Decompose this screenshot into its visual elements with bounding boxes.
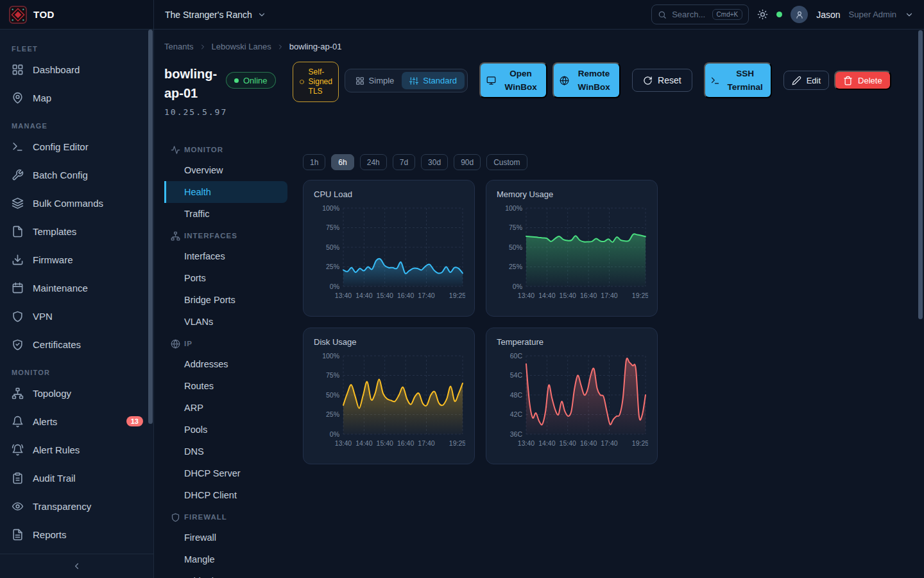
breadcrumb-tenants[interactable]: Tenants	[164, 42, 194, 51]
device-nav-item-overview[interactable]: Overview	[164, 159, 287, 181]
chevron-left-icon	[72, 561, 81, 571]
view-mode-standard[interactable]: Standard	[402, 72, 465, 89]
sidebar-item-label: Bulk Commands	[33, 198, 103, 209]
cpu-load-card: CPU Load100%75%50%25%0%13:4014:4015:4016…	[303, 180, 475, 317]
sidebar-item-reports[interactable]: Reports	[0, 520, 153, 548]
sliders-icon	[409, 76, 418, 85]
device-nav-item-firewall[interactable]: Firewall	[164, 527, 287, 548]
device-nav-item-pools[interactable]: Pools	[164, 419, 287, 441]
sidebar-collapse-button[interactable]	[0, 554, 153, 578]
device-nav-item-vlans[interactable]: VLANs	[164, 311, 287, 333]
ssh-terminal-button[interactable]: SSH Terminal	[704, 62, 772, 98]
device-nav-item-dns[interactable]: DNS	[164, 441, 287, 462]
sidebar-item-vpn[interactable]: VPN	[0, 302, 153, 330]
svg-text:54C: 54C	[510, 371, 523, 379]
sidebar-item-map[interactable]: Map	[0, 83, 153, 112]
device-nav-section-firewall: FIREWALLFirewallMangleAddr ListsConnTrac…	[164, 507, 287, 578]
device-nav-item-arp[interactable]: ARP	[164, 397, 287, 419]
device-nav-item-health[interactable]: Health	[164, 181, 287, 203]
clipboard-icon	[12, 472, 24, 484]
device-nav-item-dhcp-client[interactable]: DHCP Client	[164, 484, 287, 506]
user-role: Super Admin	[849, 10, 896, 19]
shield-icon	[171, 512, 180, 522]
svg-text:100%: 100%	[505, 204, 522, 212]
svg-text:25%: 25%	[326, 263, 339, 270]
eye-icon	[12, 500, 24, 512]
sidebar-item-label: Topology	[33, 388, 71, 399]
tenant-selector[interactable]: The Stranger's Ranch	[165, 10, 266, 20]
svg-text:19:25: 19:25	[632, 439, 648, 447]
chart-plot: 100%75%50%25%0%13:4014:4015:4016:4017:40…	[314, 203, 464, 310]
svg-text:14:40: 14:40	[538, 439, 555, 447]
time-range-1h[interactable]: 1h	[303, 154, 325, 170]
sidebar-item-bulk-commands[interactable]: Bulk Commands	[0, 189, 153, 217]
sidebar-item-transparency[interactable]: Transparency	[0, 492, 153, 520]
chevron-right-icon	[277, 43, 284, 51]
temperature-chart: 60C54C48C42C36C13:4014:4015:4016:4017:40…	[497, 351, 648, 457]
device-name: bowling-ap-01	[164, 64, 222, 103]
sidebar-item-alert-rules[interactable]: Alert Rules	[0, 435, 153, 464]
sidebar-section-label: MANAGE	[12, 122, 142, 130]
sidebar-item-label: Dashboard	[33, 64, 80, 75]
sidebar-item-firmware[interactable]: Firmware	[0, 245, 153, 274]
cpu-load-chart: 100%75%50%25%0%13:4014:4015:4016:4017:40…	[314, 203, 465, 310]
svg-text:0%: 0%	[330, 283, 339, 290]
sidebar-item-label: Certificates	[33, 339, 81, 350]
sidebar-item-config-editor[interactable]: Config Editor	[0, 132, 153, 161]
sidebar-item-templates[interactable]: Templates	[0, 217, 153, 245]
svg-text:25%: 25%	[326, 410, 339, 418]
svg-text:15:40: 15:40	[560, 292, 576, 299]
charts-grid: CPU Load100%75%50%25%0%13:4014:4015:4016…	[303, 180, 658, 464]
sidebar-scrollbar[interactable]	[148, 30, 153, 424]
button-label: SSH Terminal	[725, 67, 765, 94]
reset-button[interactable]: Reset	[632, 69, 692, 92]
view-mode-toggle: SimpleStandard	[345, 69, 468, 92]
sidebar-item-maintenance[interactable]: Maintenance	[0, 274, 153, 302]
chevron-down-icon[interactable]	[905, 10, 914, 19]
time-range-7d[interactable]: 7d	[393, 154, 415, 170]
bell-icon	[12, 416, 24, 428]
device-ip: 10.25.5.97	[164, 107, 222, 117]
time-range-custom[interactable]: Custom	[486, 154, 527, 170]
sidebar-item-audit-trail[interactable]: Audit Trail	[0, 464, 153, 492]
open-winbox-button[interactable]: Open WinBox	[479, 62, 547, 98]
svg-text:16:40: 16:40	[580, 292, 597, 299]
search-input[interactable]: Search... Cmd+K	[651, 4, 749, 24]
time-range-24h[interactable]: 24h	[360, 154, 387, 170]
theme-toggle-sun-icon[interactable]	[757, 9, 768, 20]
svg-text:0%: 0%	[513, 283, 522, 290]
time-range-6h[interactable]: 6h	[331, 154, 354, 170]
button-label: Delete	[858, 76, 882, 85]
device-nav-section-header: IP	[164, 334, 287, 353]
breadcrumb-device: bowling-ap-01	[289, 42, 342, 51]
device-nav-item-addr-lists[interactable]: Addr Lists	[164, 570, 287, 578]
view-mode-simple[interactable]: Simple	[348, 72, 402, 89]
edit-button[interactable]: Edit	[783, 71, 829, 90]
device-nav-item-ports[interactable]: Ports	[164, 267, 287, 289]
sidebar-item-dashboard[interactable]: Dashboard	[0, 55, 153, 83]
remote-winbox-button[interactable]: Remote WinBox	[552, 62, 620, 98]
sidebar-item-alerts[interactable]: Alerts13	[0, 407, 153, 435]
time-range-90d[interactable]: 90d	[454, 154, 481, 170]
time-range-30d[interactable]: 30d	[421, 154, 448, 170]
window-scrollbar[interactable]	[918, 30, 923, 319]
sidebar-item-label: VPN	[33, 311, 53, 322]
device-nav-item-routes[interactable]: Routes	[164, 375, 287, 397]
device-nav-item-interfaces[interactable]: Interfaces	[164, 245, 287, 267]
device-nav-item-mangle[interactable]: Mangle	[164, 548, 287, 570]
delete-button[interactable]: Delete	[834, 71, 891, 90]
device-nav-item-addresses[interactable]: Addresses	[164, 353, 287, 375]
avatar[interactable]	[791, 6, 808, 23]
device-nav-item-dhcp-server[interactable]: DHCP Server	[164, 462, 287, 484]
sidebar-section-fleet: FLEETDashboardMap	[0, 45, 153, 112]
device-nav-item-traffic[interactable]: Traffic	[164, 203, 287, 225]
sidebar-item-certificates[interactable]: Certificates	[0, 330, 153, 358]
chart-plot: 100%75%50%25%0%13:4014:4015:4016:4017:40…	[314, 351, 464, 457]
sidebar-item-topology[interactable]: Topology	[0, 379, 153, 407]
sidebar-item-batch-config[interactable]: Batch Config	[0, 161, 153, 189]
tls-warning-badge: Self-Signed TLS	[293, 62, 339, 102]
grid-icon	[355, 76, 364, 85]
svg-text:75%: 75%	[326, 371, 339, 379]
device-nav-item-bridge-ports[interactable]: Bridge Ports	[164, 289, 287, 311]
breadcrumb-tenant[interactable]: Lebowski Lanes	[212, 42, 271, 51]
